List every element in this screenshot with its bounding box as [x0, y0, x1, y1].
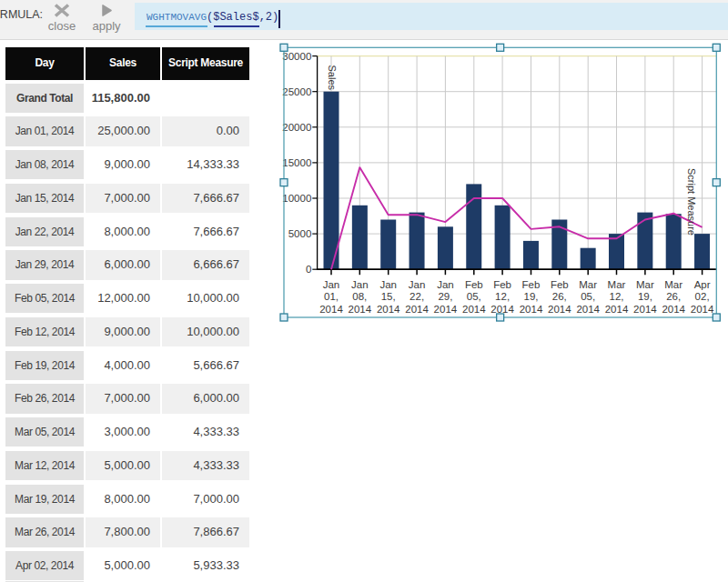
svg-text:Mar19,2014: Mar19,2014 — [633, 279, 657, 315]
svg-text:Jan08,2014: Jan08,2014 — [349, 279, 372, 315]
svg-text:Feb12,2014: Feb12,2014 — [490, 279, 514, 315]
svg-text:30000: 30000 — [282, 51, 311, 62]
svg-text:20000: 20000 — [282, 122, 311, 133]
svg-text:Feb19,2014: Feb19,2014 — [520, 279, 543, 315]
svg-text:Sales: Sales — [327, 65, 338, 91]
svg-text:25000: 25000 — [282, 86, 311, 97]
svg-text:Apr02,2014: Apr02,2014 — [691, 279, 714, 315]
svg-text:0: 0 — [306, 264, 311, 275]
svg-text:Script Measure: Script Measure — [686, 168, 697, 236]
svg-text:15000: 15000 — [282, 157, 311, 168]
svg-text:Jan15,2014: Jan15,2014 — [377, 279, 400, 315]
svg-text:10000: 10000 — [282, 193, 311, 204]
svg-text:Mar12,2014: Mar12,2014 — [605, 279, 629, 315]
svg-text:Mar05,2014: Mar05,2014 — [576, 279, 600, 315]
svg-text:Jan22,2014: Jan22,2014 — [405, 279, 429, 315]
svg-text:Jan01,2014: Jan01,2014 — [319, 279, 343, 315]
svg-text:Feb05,2014: Feb05,2014 — [462, 279, 486, 315]
svg-text:Jan29,2014: Jan29,2014 — [434, 279, 458, 315]
svg-text:5000: 5000 — [288, 228, 312, 239]
svg-text:Mar26,2014: Mar26,2014 — [662, 279, 685, 315]
svg-text:Feb26,2014: Feb26,2014 — [548, 279, 571, 315]
